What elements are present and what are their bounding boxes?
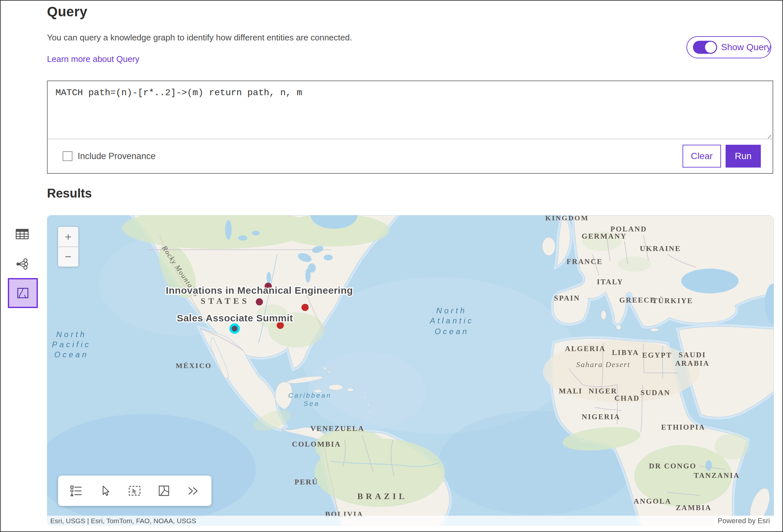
- map-contents-button[interactable]: [67, 481, 85, 501]
- entity-label-sales-summit: Sales Associate Summit: [177, 312, 293, 323]
- results-title: Results: [47, 187, 92, 200]
- svg-text:MALI: MALI: [559, 387, 583, 395]
- svg-text:EGYPT: EGYPT: [642, 351, 672, 359]
- north-atlantic-label: North: [436, 306, 467, 315]
- map-marker[interactable]: [256, 298, 263, 305]
- svg-text:BRAZIL: BRAZIL: [357, 492, 407, 501]
- svg-text:Ocean: Ocean: [435, 327, 469, 336]
- learn-more-link[interactable]: Learn more about Query: [47, 54, 139, 64]
- map-toolbar: [58, 476, 211, 506]
- double-chevron-right-icon: [188, 486, 199, 496]
- svg-text:ALGERIA: ALGERIA: [565, 344, 606, 353]
- more-tools-button[interactable]: [184, 481, 202, 501]
- query-input[interactable]: MATCH path=(n)-[r*..2]->(m) return path,…: [48, 81, 773, 139]
- svg-text:GERMANY: GERMANY: [582, 232, 627, 240]
- zoom-in-button[interactable]: +: [58, 227, 78, 246]
- table-view-button[interactable]: [13, 226, 31, 242]
- svg-text:ANGOLA: ANGOLA: [634, 497, 671, 505]
- lake-victoria: [706, 460, 712, 471]
- zoom-control: + −: [58, 227, 78, 267]
- mexico-label: MÉXICO: [176, 362, 212, 370]
- svg-text:TANZANIA: TANZANIA: [694, 471, 740, 479]
- include-provenance-checkbox[interactable]: [63, 151, 72, 161]
- svg-text:GREECE: GREECE: [619, 296, 656, 304]
- powered-by-esri: Powered by Esri: [714, 516, 774, 526]
- page-description: You can query a knowledge graph to ident…: [47, 33, 352, 43]
- run-button[interactable]: Run: [726, 145, 761, 168]
- svg-text:ARABIA: ARABIA: [675, 359, 710, 367]
- map-marker[interactable]: [302, 304, 309, 311]
- toggle-switch-icon[interactable]: [693, 41, 717, 54]
- show-query-toggle[interactable]: Show Query: [686, 36, 771, 58]
- pointer-tool-button[interactable]: [96, 481, 115, 501]
- svg-text:Pacific: Pacific: [52, 340, 91, 349]
- svg-text:SPAIN: SPAIN: [554, 294, 580, 302]
- black-sea: [681, 269, 739, 293]
- link-chart-icon: [16, 259, 28, 270]
- include-provenance-label: Include Provenance: [77, 151, 156, 161]
- entity-label-innovations: Innovations in Mechanical Engineering: [166, 285, 353, 296]
- svg-text:Ocean: Ocean: [54, 350, 89, 359]
- map-icon: [17, 288, 28, 298]
- select-rectangle-cursor-icon: [128, 485, 141, 497]
- north-pacific-label: North: [56, 330, 87, 339]
- toggle-knob: [705, 42, 716, 53]
- svg-text:UKRAINE: UKRAINE: [640, 244, 681, 253]
- map-attribution-bar: Esri, USGS | Esri, TomTom, FAO, NOAA, US…: [47, 516, 774, 526]
- page-title: Query: [47, 4, 88, 20]
- link-chart-view-button[interactable]: [13, 256, 31, 272]
- svg-text:NIGER: NIGER: [589, 387, 617, 395]
- query-controls-row: Include Provenance Clear Run: [48, 139, 773, 173]
- svg-text:TÜRKIYE: TÜRKIYE: [653, 297, 693, 305]
- clear-button[interactable]: Clear: [683, 145, 721, 168]
- show-query-label: Show Query: [721, 42, 771, 53]
- table-icon: [15, 229, 29, 239]
- select-by-polygon-button[interactable]: [155, 481, 173, 501]
- svg-text:LIBYA: LIBYA: [612, 348, 639, 357]
- svg-text:SAUDI: SAUDI: [679, 351, 706, 359]
- cursor-icon: [99, 485, 111, 497]
- svg-text:KINGDOM: KINGDOM: [545, 215, 589, 222]
- polygon-select-icon: [158, 485, 170, 497]
- svg-text:CHAD: CHAD: [614, 394, 640, 402]
- svg-text:DR CONGO: DR CONGO: [649, 462, 696, 470]
- svg-text:COLOMBIA: COLOMBIA: [292, 440, 341, 448]
- results-map[interactable]: Rocky Mountains STATES MÉXICO KINGDOM PO…: [47, 215, 774, 526]
- select-features-button[interactable]: [126, 481, 144, 501]
- map-view-button-selected[interactable]: [8, 278, 38, 308]
- svg-text:PERÚ: PERÚ: [294, 478, 318, 486]
- sahara-desert-label: Sahara Desert: [576, 360, 630, 369]
- caribbean-sea-label: Caribbean: [288, 392, 332, 399]
- svg-text:NIGERIA: NIGERIA: [582, 413, 620, 421]
- states-label: STATES: [201, 296, 250, 306]
- svg-text:Sea: Sea: [304, 400, 319, 407]
- svg-text:FRANCE: FRANCE: [567, 258, 603, 266]
- svg-text:VENEZUELA: VENEZUELA: [310, 425, 365, 433]
- svg-text:ETHIOPIA: ETHIOPIA: [661, 423, 705, 431]
- svg-text:Atlantic: Atlantic: [429, 316, 474, 325]
- zoom-out-button[interactable]: −: [58, 247, 78, 267]
- legend-list-icon: [70, 485, 82, 497]
- svg-text:ZAMBIA: ZAMBIA: [676, 504, 712, 512]
- map-marker[interactable]: [232, 326, 238, 332]
- svg-text:SUDAN: SUDAN: [640, 389, 670, 397]
- attribution-text: Esri, USGS | Esri, TomTom, FAO, NOAA, US…: [47, 517, 196, 525]
- query-panel: MATCH path=(n)-[r*..2]->(m) return path,…: [47, 80, 773, 174]
- query-page: Query You can query a knowledge graph to…: [0, 0, 783, 532]
- svg-text:ITALY: ITALY: [597, 278, 623, 286]
